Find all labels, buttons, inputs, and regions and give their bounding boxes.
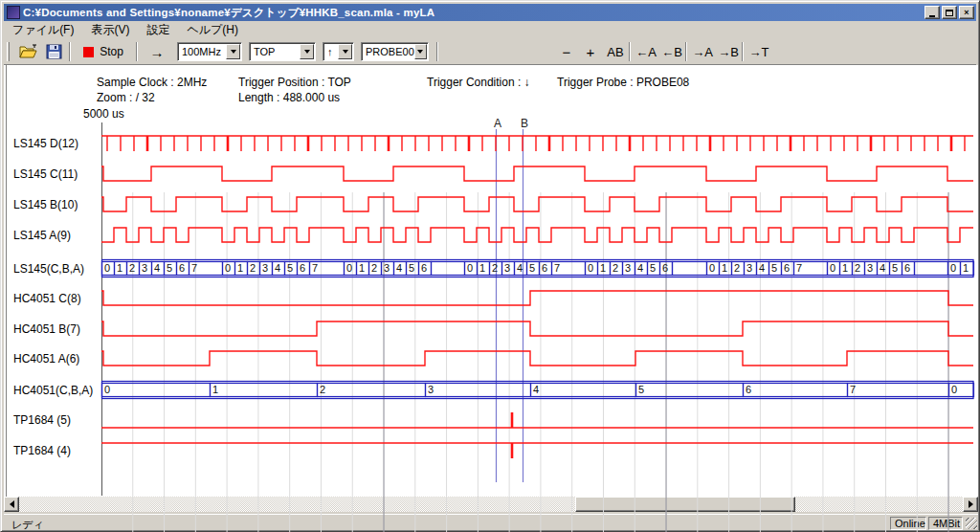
triangle-right-icon: [969, 500, 973, 508]
maximize-icon: [946, 10, 953, 16]
channel-label-hc4051-c: HC4051 C(8): [13, 292, 81, 305]
toolbar-separator: [69, 42, 71, 61]
chevron-down-icon: [417, 50, 423, 54]
app-window: C:¥Documents and Settings¥noname¥デスクトップ¥…: [0, 0, 980, 532]
open-folder-icon: [19, 44, 38, 59]
trigger-position-readout: Trigger Position : TOP: [238, 76, 351, 89]
scroll-right-button[interactable]: [963, 497, 978, 512]
toolbar-separator: [685, 42, 687, 61]
minus-icon: −: [563, 44, 571, 60]
horizontal-scrollbar[interactable]: [4, 497, 978, 512]
right-b-icon: →B: [718, 45, 739, 59]
resize-grip[interactable]: [966, 518, 977, 529]
marker-a-label[interactable]: A: [494, 117, 501, 130]
sample-clock-value: 100MHz: [178, 46, 226, 57]
close-icon: ×: [964, 9, 969, 17]
channel-label-hc4051-b: HC4051 B(7): [13, 322, 80, 336]
scroll-left-button[interactable]: [4, 497, 19, 512]
waveform-area: Sample Clock : 2MHz Trigger Position : T…: [4, 65, 978, 497]
toolbar-separator: [742, 42, 744, 61]
trigger-probe-value: PROBE00: [362, 46, 414, 57]
status-memory-badge: 4MBit: [928, 517, 963, 530]
dropdown-button[interactable]: [414, 44, 427, 59]
chevron-down-icon: [343, 50, 348, 54]
sample-clock-readout: Sample Clock : 2MHz: [97, 76, 207, 89]
minimize-icon: [929, 15, 935, 17]
right-arrow-icon: →: [150, 44, 165, 60]
toolbar-separator: [136, 42, 138, 61]
channel-label-ls145-d: LS145 D(12): [13, 137, 78, 150]
ab-label: AB: [607, 45, 623, 59]
move-a-left-button[interactable]: ←A: [634, 41, 658, 62]
window-title: C:¥Documents and Settings¥noname¥デスクトップ¥…: [23, 6, 923, 20]
channel-label-ls145-a: LS145 A(9): [13, 229, 71, 242]
plus-icon: +: [587, 44, 595, 60]
status-online-badge: Online: [890, 517, 926, 530]
menu-item-2[interactable]: 設定: [138, 20, 178, 40]
channel-label-ls145-c: LS145 C(11): [13, 167, 78, 181]
left-a-icon: ←A: [635, 45, 657, 59]
marker-b-label[interactable]: B: [521, 117, 528, 130]
zoom-readout: Zoom : / 32: [97, 91, 155, 104]
stop-square-icon: [83, 47, 94, 57]
move-a-right-button[interactable]: →A: [690, 41, 715, 62]
sample-clock-combo[interactable]: 100MHz: [177, 42, 242, 61]
length-readout: Length : 488.000 us: [238, 91, 340, 104]
toolbar: Stop → 100MHz TOP ↑ PROBE00 − + AB ←A ←B: [4, 38, 976, 65]
goto-trigger-button[interactable]: →T: [746, 41, 771, 62]
dropdown-button[interactable]: [226, 44, 240, 59]
trigger-position-combo[interactable]: TOP: [249, 42, 316, 61]
toolbar-separator: [629, 42, 631, 61]
app-icon: [7, 6, 20, 19]
status-ready-text: レディ: [11, 518, 44, 532]
close-button[interactable]: ×: [959, 6, 974, 19]
ab-range-button[interactable]: AB: [603, 41, 628, 62]
trigger-probe-readout: Trigger Probe : PROBE08: [557, 76, 689, 89]
right-a-icon: →A: [692, 45, 713, 59]
move-b-left-button[interactable]: ←B: [659, 41, 684, 62]
stop-label: Stop: [100, 45, 123, 58]
channel-label-hc4051-bus: HC4051(C,B,A): [13, 384, 93, 397]
trigger-edge-combo[interactable]: ↑: [323, 42, 354, 61]
menu-item-0[interactable]: ファイル(F): [4, 20, 82, 40]
right-t-icon: →T: [749, 45, 769, 59]
triangle-left-icon: [10, 500, 14, 508]
channel-label-ls145-b: LS145 B(10): [13, 198, 78, 211]
stop-button[interactable]: Stop: [77, 41, 130, 62]
channel-label-tp1684-4: TP1684 (4): [13, 444, 71, 457]
menu-item-3[interactable]: ヘルプ(H): [178, 20, 247, 40]
open-file-button[interactable]: [17, 41, 40, 62]
run-single-button[interactable]: →: [144, 41, 170, 62]
move-b-right-button[interactable]: →B: [716, 41, 741, 62]
channel-label-tp1684-5: TP1684 (5): [13, 413, 71, 427]
toolbar-grip: [7, 42, 10, 61]
trigger-probe-combo[interactable]: PROBE00: [361, 42, 429, 61]
chevron-down-icon: [304, 50, 310, 54]
scrollbar-thumb[interactable]: [575, 497, 795, 512]
status-bar: レディ Online 4MBit: [4, 514, 978, 530]
title-bar: C:¥Documents and Settings¥noname¥デスクトップ¥…: [4, 4, 976, 21]
chevron-down-icon: [231, 50, 236, 54]
time-scale-label: 5000 us: [83, 107, 124, 121]
trigger-position-value: TOP: [250, 46, 300, 57]
dropdown-button[interactable]: [300, 44, 314, 59]
channel-label-hc4051-a: HC4051 A(6): [13, 352, 79, 366]
zoom-in-button[interactable]: +: [579, 41, 602, 62]
minimize-button[interactable]: [924, 6, 940, 19]
toolbar-separator: [436, 42, 438, 61]
menu-bar: ファイル(F)表示(V)設定ヘルプ(H): [4, 21, 976, 38]
left-groove: [6, 65, 8, 497]
left-b-icon: ←B: [661, 45, 682, 59]
zoom-out-button[interactable]: −: [555, 41, 578, 62]
dropdown-button[interactable]: [338, 44, 352, 59]
menu-item-1[interactable]: 表示(V): [82, 20, 138, 40]
maximize-button[interactable]: [942, 6, 957, 19]
save-file-button[interactable]: [42, 41, 65, 62]
trigger-condition-readout: Trigger Condition : ↓: [427, 76, 530, 89]
trigger-edge-value: ↑: [323, 46, 338, 57]
save-floppy-icon: [46, 44, 62, 59]
channel-label-ls145-bus: LS145(C,B,A): [13, 262, 84, 276]
